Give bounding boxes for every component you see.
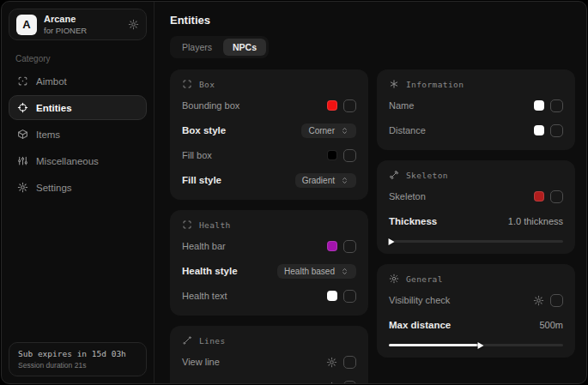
bone-icon [389, 170, 399, 180]
setting-label: Visibility check [389, 295, 450, 305]
row-controls: 1.0 thickness [508, 216, 563, 226]
sidebar-item-settings[interactable]: Settings [9, 175, 147, 200]
card-skeleton: SkeletonSkeletonThickness1.0 thickness [377, 160, 575, 254]
line-to-enemy-checkbox[interactable] [343, 381, 356, 384]
health-style-select[interactable]: Health based [277, 264, 356, 279]
setting-row-name: Name [389, 97, 563, 114]
sidebar-item-label: Aimbot [36, 76, 67, 87]
distance-color-swatch[interactable] [534, 125, 544, 135]
view-line-checkbox[interactable] [343, 356, 356, 369]
card-general: GeneralVisibility checkMax distance500m [377, 264, 575, 358]
sub-expiry-text: Sub expires in 15d 03h [18, 349, 137, 358]
setting-label: Health text [182, 291, 227, 301]
sidebar-item-label: Settings [36, 183, 72, 193]
slider-thumb[interactable] [389, 238, 395, 245]
setting-label: Health bar [182, 241, 226, 251]
name-checkbox[interactable] [550, 99, 563, 112]
sidebar-item-miscellaneous[interactable]: Miscellaneous [9, 148, 147, 173]
row-controls [326, 356, 356, 369]
tab-players[interactable]: Players [173, 39, 221, 56]
trajectory-icon [182, 335, 192, 346]
setting-label: Box style [182, 125, 226, 135]
visibility-check-checkbox[interactable] [550, 294, 563, 307]
setting-row-health-style: Health styleHealth based [182, 262, 356, 280]
setting-row-thickness: Thickness1.0 thickness [389, 213, 563, 230]
package-icon [17, 129, 28, 140]
setting-label: View line [182, 357, 220, 367]
card-header: Lines [182, 335, 356, 346]
row-controls: Health based [277, 264, 356, 279]
card-box: BoxBounding boxBox styleCornerFill boxFi… [170, 69, 368, 200]
box-style-select[interactable]: Corner [301, 123, 356, 138]
sidebar-item-items[interactable]: Items [9, 122, 147, 147]
fill-box-color-swatch[interactable] [327, 150, 337, 160]
updown-icon [340, 267, 349, 276]
row-controls [327, 290, 356, 303]
setting-label: Health style [182, 266, 238, 276]
app-logo: A [16, 15, 37, 35]
row-controls [326, 381, 356, 384]
card-title: Information [406, 80, 464, 89]
name-color-swatch[interactable] [534, 100, 544, 111]
line-to-enemy-settings-gear-icon[interactable] [326, 382, 337, 384]
setting-label: Fill box [182, 150, 212, 160]
brand-text: Arcane for PIONER [44, 14, 87, 35]
tab-npcs[interactable]: NPCs [223, 39, 266, 56]
updown-icon [340, 126, 349, 135]
row-controls: Gradient [295, 173, 356, 188]
sun-icon [389, 274, 399, 284]
fill-box-checkbox[interactable] [343, 149, 356, 162]
subscription-card: Sub expires in 15d 03h Session duration … [9, 342, 147, 376]
app-title: Arcane [44, 14, 87, 25]
distance-checkbox[interactable] [550, 124, 563, 137]
sidebar-item-label: Entities [36, 103, 72, 113]
gear-icon[interactable] [128, 19, 139, 30]
tab-bar: PlayersNPCs [170, 36, 269, 58]
health-bar-checkbox[interactable] [343, 240, 356, 253]
page-title: Entities [170, 14, 575, 27]
health-bar-color-swatch[interactable] [327, 241, 337, 251]
setting-label: Line to enemy [182, 382, 241, 383]
setting-row-view-line: View line [182, 353, 356, 370]
asterisk-icon [389, 79, 399, 89]
updown-icon [340, 176, 349, 185]
max-distance-value: 500m [539, 320, 563, 330]
category-label: Category [15, 54, 147, 63]
skeleton-checkbox[interactable] [550, 190, 563, 203]
setting-label: Thickness [389, 216, 437, 226]
card-information: InformationNameDistance [377, 69, 575, 150]
cards-area: BoxBounding boxBox styleCornerFill boxFi… [170, 69, 575, 383]
thickness-slider[interactable] [389, 240, 563, 243]
skeleton-color-swatch[interactable] [534, 191, 544, 202]
card-title: Health [199, 220, 231, 230]
view-line-settings-gear-icon[interactable] [326, 357, 337, 368]
row-controls [534, 124, 563, 137]
session-duration-text: Session duration 21s [18, 361, 137, 370]
bounding-box-checkbox[interactable] [343, 99, 356, 112]
sidebar-item-aimbot[interactable]: Aimbot [9, 69, 147, 93]
slider-thumb[interactable] [477, 342, 483, 349]
sidebar-item-entities[interactable]: Entities [9, 95, 147, 120]
setting-label: Skeleton [389, 191, 426, 202]
card-title: Lines [199, 336, 226, 346]
row-controls: Corner [301, 123, 356, 138]
card-health: HealthHealth barHealth styleHealth based… [170, 210, 368, 316]
thickness-value: 1.0 thickness [508, 216, 563, 226]
gear-icon [17, 182, 28, 193]
select-value: Health based [284, 267, 335, 276]
setting-row-max-distance: Max distance500m [389, 316, 563, 334]
corners-icon [182, 79, 192, 89]
sidebar-item-label: Miscellaneous [36, 156, 99, 166]
setting-row-fill-style: Fill styleGradient [182, 171, 356, 189]
visibility-check-settings-gear-icon[interactable] [533, 295, 544, 306]
fill-style-select[interactable]: Gradient [295, 173, 356, 188]
main-panel: Entities PlayersNPCs BoxBounding boxBox … [155, 2, 586, 383]
max-distance-slider[interactable] [389, 344, 563, 346]
gear-icon[interactable] [128, 19, 139, 30]
health-text-color-swatch[interactable] [327, 291, 337, 301]
bounding-box-color-swatch[interactable] [327, 100, 337, 111]
health-text-checkbox[interactable] [343, 290, 356, 303]
sliders-icon [17, 155, 28, 166]
setting-label: Distance [389, 125, 426, 135]
card-header: Information [389, 79, 563, 89]
